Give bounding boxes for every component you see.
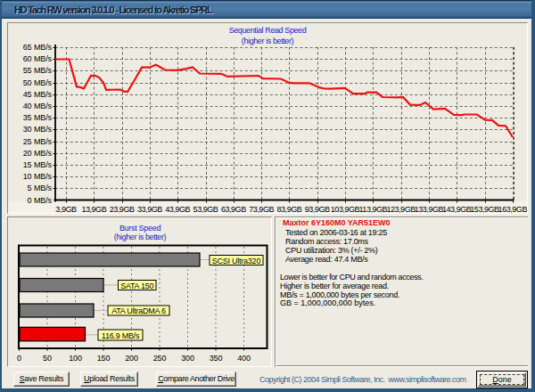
svg-text:ATA UltraDMA 6: ATA UltraDMA 6 [111, 306, 166, 315]
svg-text:33,9GB: 33,9GB [137, 205, 162, 214]
svg-text:20 MB/s: 20 MB/s [23, 149, 53, 158]
svg-text:93,9GB: 93,9GB [305, 205, 330, 214]
svg-text:150: 150 [97, 354, 111, 363]
svg-text:153,9GB: 153,9GB [470, 205, 499, 214]
svg-text:300: 300 [181, 354, 194, 363]
svg-text:0: 0 [17, 354, 21, 363]
svg-text:40 MB/s: 40 MB/s [23, 102, 53, 110]
svg-text:163,9GB: 163,9GB [498, 205, 528, 214]
svg-text:143,9GB: 143,9GB [442, 205, 472, 214]
svg-text:123,9GB: 123,9GB [386, 205, 416, 214]
svg-text:5 MB/s: 5 MB/s [28, 184, 53, 192]
svg-text:350: 350 [210, 354, 223, 363]
svg-text:45 MB/s: 45 MB/s [23, 90, 53, 99]
svg-text:200: 200 [125, 354, 138, 363]
svg-text:15 MB/s: 15 MB/s [23, 160, 53, 169]
svg-text:35 MB/s: 35 MB/s [23, 113, 53, 122]
svg-text:30 MB/s: 30 MB/s [23, 125, 53, 134]
svg-text:83,9GB: 83,9GB [276, 205, 301, 214]
svg-text:250: 250 [153, 354, 167, 363]
svg-text:116.9 MB/s: 116.9 MB/s [102, 331, 140, 340]
svg-text:73,9GB: 73,9GB [249, 205, 274, 214]
svg-text:50: 50 [43, 354, 52, 363]
svg-text:SCSI Ultra320: SCSI Ultra320 [212, 257, 261, 265]
svg-text:400: 400 [237, 354, 251, 363]
svg-text:65 MB/s: 65 MB/s [23, 43, 53, 52]
svg-text:53,9GB: 53,9GB [193, 205, 218, 214]
svg-text:43,9GB: 43,9GB [165, 205, 190, 214]
svg-text:23,9GB: 23,9GB [110, 205, 135, 214]
svg-text:100: 100 [69, 354, 82, 363]
svg-text:103,9GB: 103,9GB [331, 205, 360, 214]
svg-text:3,9GB: 3,9GB [55, 205, 77, 214]
svg-text:SATA 150: SATA 150 [120, 282, 153, 290]
svg-text:133,9GB: 133,9GB [415, 205, 444, 214]
svg-text:55 MB/s: 55 MB/s [23, 66, 53, 75]
svg-text:113,9GB: 113,9GB [358, 205, 387, 214]
svg-text:60 MB/s: 60 MB/s [23, 54, 53, 63]
svg-text:50 MB/s: 50 MB/s [23, 78, 53, 87]
svg-text:13,9GB: 13,9GB [81, 205, 106, 214]
svg-text:10 MB/s: 10 MB/s [23, 172, 53, 181]
svg-text:0 MB/s: 0 MB/s [28, 196, 53, 205]
svg-text:25 MB/s: 25 MB/s [23, 137, 53, 146]
svg-text:63,9GB: 63,9GB [221, 205, 246, 214]
